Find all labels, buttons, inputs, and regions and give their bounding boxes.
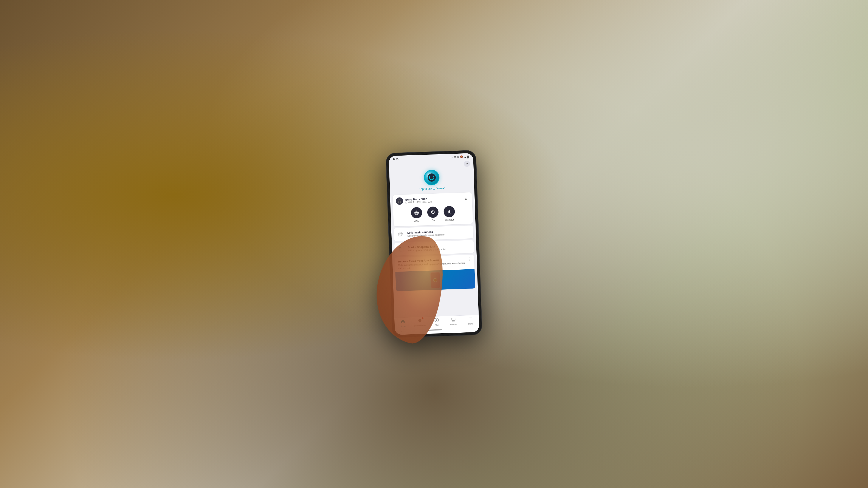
workout-label: Workout <box>445 218 454 221</box>
workout-button[interactable]: Workout <box>443 206 455 221</box>
on-label: On <box>432 219 435 222</box>
device-text: Echo Buds 0047 L: 97% R: 100% Case: 90% <box>405 197 432 204</box>
help-button[interactable]: ? <box>464 161 470 167</box>
wifi-icon: ▲ <box>464 155 466 158</box>
nav-item-devices[interactable]: Devices <box>445 317 462 326</box>
svg-point-2 <box>416 213 417 213</box>
tap-to-talk-label[interactable]: Tap to talk to "Alexa" <box>419 187 445 191</box>
nav-item-play[interactable]: Play <box>428 317 445 326</box>
on-circle <box>427 206 439 218</box>
communicate-nav-icon <box>417 318 423 324</box>
phone-graphic <box>430 272 440 289</box>
shopping-icon <box>397 245 405 253</box>
nav-item-more[interactable]: More <box>462 316 479 325</box>
anc-circle <box>411 207 423 219</box>
device-card: 🎧 Echo Buds 0047 L: 97% R: 100% Case: 90… <box>393 192 473 227</box>
alexa-ring-icon <box>429 175 434 180</box>
phone-shell: 6:21 ○ ○ ✱ ◉ 🔕 ▲ ▓ ? <box>385 150 483 338</box>
phone-device: 6:21 ○ ○ ✱ ◉ 🔕 ▲ ▓ ? <box>385 150 483 338</box>
svg-marker-12 <box>436 319 438 321</box>
alexa-orb-inner <box>428 173 436 182</box>
device-info: 🎧 Echo Buds 0047 L: 97% R: 100% Case: 90… <box>396 195 463 205</box>
device-settings-button[interactable]: ⚙ <box>463 196 469 202</box>
circle-icon-2: ○ <box>452 156 454 158</box>
bluetooth-icon: ✱ <box>454 156 456 158</box>
link-music-row[interactable]: Link music services Stream your favorite… <box>394 226 473 241</box>
more-nav-icon <box>468 317 473 323</box>
home-nav-icon <box>400 319 405 325</box>
device-header: 🎧 Echo Buds 0047 L: 97% R: 100% Case: 90… <box>396 195 469 205</box>
svg-rect-10 <box>399 247 401 248</box>
status-time: 6:21 <box>393 157 399 161</box>
any-screen-header: Access Alexa from Any Screen Make Alexa … <box>395 255 474 272</box>
communicate-badge <box>422 317 423 319</box>
any-screen-image <box>395 269 475 291</box>
alexa-section: Tap to talk to "Alexa" <box>389 166 474 195</box>
overflow-menu-button[interactable]: ⋮ <box>468 257 471 261</box>
mini-alexa-orb-icon <box>433 278 437 282</box>
controls-row: ANC On <box>396 204 470 224</box>
app-content: ? Tap to talk to "Alexa" <box>389 159 479 318</box>
alexa-orb-button[interactable] <box>424 169 440 186</box>
on-button[interactable]: On <box>427 206 439 222</box>
question-mark: ? <box>466 162 468 165</box>
anc-button[interactable]: ANC <box>411 207 423 223</box>
devices-nav-icon <box>451 317 456 323</box>
music-feature-text: Link music services Stream your favorite… <box>407 230 444 237</box>
anc-label: ANC <box>414 220 420 222</box>
back-chevron-icon[interactable]: ‹ <box>401 329 403 333</box>
more-nav-label: More <box>468 323 473 325</box>
silent-icon: 🔕 <box>460 155 463 158</box>
status-icons: ○ ○ ✱ ◉ 🔕 ▲ ▓ <box>450 155 469 159</box>
home-nav-label: Home <box>400 325 406 327</box>
svg-point-7 <box>399 233 401 235</box>
devices-nav-label: Devices <box>450 323 457 326</box>
battery-icon: ▓ <box>467 155 469 158</box>
svg-point-6 <box>398 233 402 236</box>
phone-screen: 6:21 ○ ○ ✱ ◉ 🔕 ▲ ▓ ? <box>389 153 479 335</box>
gesture-pill <box>429 329 442 330</box>
earbuds-icon: 🎧 <box>396 197 403 205</box>
location-icon: ◉ <box>457 156 459 158</box>
svg-point-5 <box>448 210 450 211</box>
music-icon <box>397 230 405 238</box>
nav-item-communicate[interactable]: Communicate <box>411 318 428 327</box>
svg-rect-13 <box>452 318 455 321</box>
any-screen-card: Access Alexa from Any Screen Make Alexa … <box>395 255 475 291</box>
play-nav-label: Play <box>435 324 439 326</box>
any-screen-text: Access Alexa from Any Screen Make Alexa … <box>398 258 468 270</box>
communicate-nav-label: Communicate <box>414 324 426 327</box>
play-nav-icon <box>434 318 439 324</box>
workout-circle <box>443 206 455 218</box>
svg-rect-4 <box>433 210 433 213</box>
circle-icon-1: ○ <box>450 156 451 158</box>
shopping-feature-text: Start a Shopping List Add shopping items… <box>408 245 445 252</box>
nav-item-home[interactable]: Home <box>394 319 412 328</box>
shopping-list-row[interactable]: Start a Shopping List Add shopping items… <box>394 240 474 256</box>
